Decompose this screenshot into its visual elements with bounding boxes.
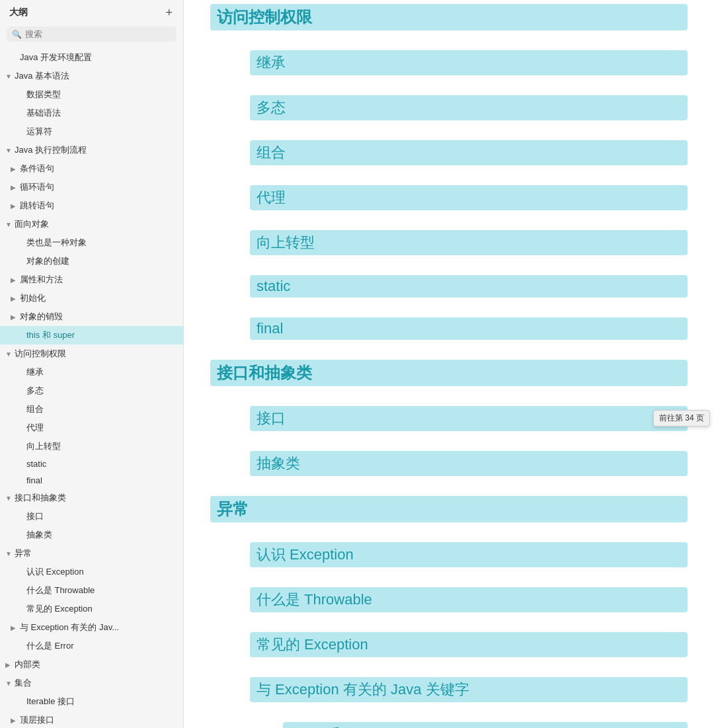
sidebar-title: 大纲: [9, 7, 28, 19]
sidebar-item-error[interactable]: 什么是 Error: [0, 637, 183, 655]
sidebar-item-label-throwable: 什么是 Throwable: [26, 585, 95, 596]
toc-item-polymorphism-h[interactable]: 多态: [250, 95, 688, 120]
sidebar-item-loop[interactable]: ▶循环语句: [0, 178, 183, 196]
sidebar-item-iterable[interactable]: Iterable 接口: [0, 692, 183, 711]
toc-item-throwable-h[interactable]: 什么是 Throwable: [250, 587, 688, 612]
main-content: 访问控制权限继承多态组合代理向上转型staticfinal接口和抽象类接口抽象类…: [184, 0, 714, 728]
toc-list: 访问控制权限继承多态组合代理向上转型staticfinal接口和抽象类接口抽象类…: [210, 4, 688, 728]
sidebar-item-label-data-types: 数据类型: [26, 89, 61, 101]
toc-item-exception-h[interactable]: 异常: [210, 496, 688, 522]
sidebar-item-collection[interactable]: ▼集合: [0, 674, 183, 692]
expand-arrow-conditional[interactable]: ▶: [11, 165, 20, 173]
expand-arrow-top-interface[interactable]: ▶: [11, 717, 20, 724]
sidebar-item-init[interactable]: ▶初始化: [0, 289, 183, 307]
sidebar-item-oop[interactable]: ▼面向对象: [0, 215, 183, 233]
sidebar-item-combination[interactable]: 组合: [0, 400, 183, 419]
sidebar-tree: Java 开发环境配置▼Java 基本语法数据类型基础语法运算符▼Java 执行…: [0, 47, 183, 728]
toc-item-exception-keywords-h[interactable]: 与 Exception 有关的 Java 关键字: [250, 677, 688, 702]
sidebar-item-label-operators: 运算符: [26, 126, 52, 138]
toc-item-final-h[interactable]: final: [250, 317, 688, 340]
sidebar-item-object-create[interactable]: 对象的创建: [0, 252, 183, 270]
sidebar-item-throwable[interactable]: 什么是 Throwable: [0, 581, 183, 600]
search-input-wrapper: 🔍: [7, 26, 177, 42]
sidebar-item-label-static: static: [26, 459, 46, 469]
sidebar-item-exception-intro[interactable]: 认识 Exception: [0, 563, 183, 581]
toc-item-upcasting-h[interactable]: 向上转型: [250, 230, 688, 255]
sidebar-item-inner-class[interactable]: ▶内部类: [0, 655, 183, 674]
toc-item-common-exception-h[interactable]: 常见的 Exception: [250, 632, 688, 657]
sidebar-item-interface-abstract[interactable]: ▼接口和抽象类: [0, 489, 183, 507]
expand-arrow-java-control-flow[interactable]: ▼: [5, 147, 15, 154]
sidebar-item-label-common-exception: 常见的 Exception: [26, 603, 93, 615]
sidebar-item-exception-keywords[interactable]: ▶与 Exception 有关的 Jav...: [0, 618, 183, 637]
sidebar-item-static[interactable]: static: [0, 456, 183, 472]
sidebar-item-label-access-control: 访问控制权限: [15, 348, 66, 360]
sidebar-item-access-control[interactable]: ▼访问控制权限: [0, 344, 183, 363]
expand-arrow-exception-keywords[interactable]: ▶: [11, 624, 20, 631]
expand-arrow-destroy[interactable]: ▶: [11, 313, 20, 321]
sidebar-item-java-basic-syntax[interactable]: ▼Java 基本语法: [0, 67, 183, 85]
expand-arrow-interface-abstract[interactable]: ▼: [5, 495, 15, 502]
toc-item-abstract-h[interactable]: 抽象类: [250, 451, 688, 476]
sidebar-item-label-this-super: this 和 super: [26, 329, 75, 341]
sidebar-item-label-inner-class: 内部类: [15, 659, 40, 670]
expand-arrow-collection[interactable]: ▼: [5, 680, 15, 687]
sidebar-item-inheritance[interactable]: 继承: [0, 363, 183, 382]
sidebar-item-label-object-create: 对象的创建: [26, 255, 69, 267]
sidebar-item-label-conditional: 条件语句: [20, 163, 54, 175]
sidebar-item-class-object[interactable]: 类也是一种对象: [0, 233, 183, 252]
sidebar-item-upcasting[interactable]: 向上转型: [0, 437, 183, 456]
sidebar-item-label-oop: 面向对象: [15, 218, 49, 230]
sidebar-item-label-exception-intro: 认识 Exception: [26, 566, 84, 578]
sidebar-item-java-control-flow[interactable]: ▼Java 执行控制流程: [0, 141, 183, 159]
sidebar-item-polymorphism[interactable]: 多态: [0, 382, 183, 400]
tooltip: 前往第 34 页: [653, 410, 710, 426]
sidebar-item-label-properties-methods: 属性和方法: [20, 274, 63, 286]
expand-arrow-exception[interactable]: ▼: [5, 550, 15, 557]
toc-item-exception-intro-h[interactable]: 认识 Exception: [250, 542, 688, 567]
sidebar-item-properties-methods[interactable]: ▶属性和方法: [0, 270, 183, 289]
sidebar-item-operators[interactable]: 运算符: [0, 122, 183, 141]
sidebar-item-label-destroy: 对象的销毁: [20, 311, 63, 323]
sidebar-item-this-super[interactable]: this 和 super: [0, 326, 183, 344]
toc-item-inheritance-h[interactable]: 继承: [250, 50, 688, 75]
expand-arrow-access-control[interactable]: ▼: [5, 350, 15, 358]
sidebar-item-destroy[interactable]: ▶对象的销毁: [0, 307, 183, 326]
sidebar-item-label-proxy: 代理: [26, 422, 44, 434]
search-input[interactable]: [25, 29, 171, 39]
sidebar-item-java-dev-env[interactable]: Java 开发环境配置: [0, 48, 183, 67]
sidebar-item-label-polymorphism: 多态: [26, 385, 44, 397]
sidebar-item-interface[interactable]: 接口: [0, 507, 183, 526]
search-icon: 🔍: [12, 30, 22, 39]
sidebar-item-final[interactable]: final: [0, 472, 183, 489]
sidebar-item-conditional[interactable]: ▶条件语句: [0, 159, 183, 178]
sidebar-item-label-class-object: 类也是一种对象: [26, 237, 87, 249]
sidebar-item-abstract[interactable]: 抽象类: [0, 526, 183, 544]
sidebar-header: 大纲 +: [0, 0, 183, 24]
sidebar-item-exception[interactable]: ▼异常: [0, 544, 183, 563]
expand-arrow-java-basic-syntax[interactable]: ▼: [5, 73, 15, 80]
sidebar-item-label-jump: 跳转语句: [20, 200, 54, 212]
sidebar-item-jump[interactable]: ▶跳转语句: [0, 196, 183, 215]
sidebar-item-label-java-dev-env: Java 开发环境配置: [20, 52, 92, 63]
expand-arrow-oop[interactable]: ▼: [5, 221, 15, 228]
toc-item-interface-abstract-h[interactable]: 接口和抽象类: [210, 360, 688, 386]
toc-item-static-h[interactable]: static: [250, 275, 688, 298]
sidebar-item-top-interface[interactable]: ▶顶层接口: [0, 711, 183, 728]
toc-item-combination-h[interactable]: 组合: [250, 140, 688, 165]
toc-item-throws-throw-h[interactable]: throws 和 throw: [283, 722, 688, 728]
toc-item-access-control-h[interactable]: 访问控制权限: [210, 4, 688, 30]
expand-arrow-jump[interactable]: ▶: [11, 202, 20, 210]
sidebar-item-label-inheritance: 继承: [26, 366, 44, 378]
expand-arrow-properties-methods[interactable]: ▶: [11, 276, 20, 284]
sidebar-item-proxy[interactable]: 代理: [0, 419, 183, 437]
toc-item-interface-h[interactable]: 接口: [250, 406, 688, 431]
sidebar-item-basic-syntax[interactable]: 基础语法: [0, 104, 183, 122]
expand-arrow-inner-class[interactable]: ▶: [5, 661, 15, 668]
sidebar-item-data-types[interactable]: 数据类型: [0, 85, 183, 104]
sidebar-item-common-exception[interactable]: 常见的 Exception: [0, 600, 183, 618]
expand-arrow-init[interactable]: ▶: [11, 295, 20, 302]
toc-item-proxy-h[interactable]: 代理: [250, 185, 688, 210]
expand-arrow-loop[interactable]: ▶: [11, 184, 20, 191]
sidebar-add-button[interactable]: +: [164, 7, 174, 19]
